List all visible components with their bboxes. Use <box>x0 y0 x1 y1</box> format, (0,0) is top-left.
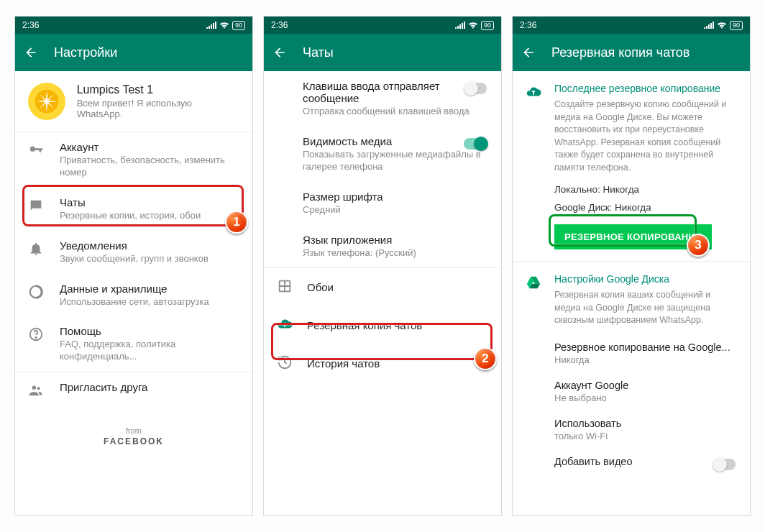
cloud-upload-icon <box>277 316 293 334</box>
phone-screen-chats: 2:36 90 Чаты Клавиша ввода отправляет со… <box>263 16 502 516</box>
chats-content: Клавиша ввода отправляет сообщение Отпра… <box>264 71 501 515</box>
battery-icon: 90 <box>481 21 494 30</box>
item-label: Помощь <box>60 325 239 337</box>
back-icon[interactable] <box>272 45 287 60</box>
opt-use-network[interactable]: Использовать только Wi-Fi <box>513 411 750 449</box>
item-sub: Никогда <box>554 354 736 365</box>
chat-row-backup[interactable]: Резервная копия чатов <box>264 306 501 344</box>
item-sub: Резервные копии, история, обои <box>60 210 201 222</box>
phone-screen-backup: 2:36 90 Резервная копия чатов Последнее … <box>512 16 751 516</box>
item-sub: Звуки сообщений, групп и звонков <box>60 253 209 265</box>
status-bar: 2:36 90 <box>15 17 252 34</box>
cloud-upload-icon <box>526 84 541 102</box>
page-title: Резервная копия чатов <box>551 45 690 60</box>
data-usage-icon <box>28 284 44 302</box>
wifi-icon <box>219 22 229 29</box>
status-right: 90 <box>206 21 245 30</box>
chat-row-history[interactable]: История чатов <box>264 344 501 382</box>
chat-setting-media-visibility[interactable]: Видимость медиа Показывать загруженные м… <box>264 127 501 182</box>
chat-setting-app-language[interactable]: Язык приложения Язык телефона: (Русский) <box>264 225 501 268</box>
backup-button[interactable]: РЕЗЕРВНОЕ КОПИРОВАНИЕ <box>554 224 712 249</box>
opt-include-video[interactable]: Добавить видео <box>513 449 750 474</box>
item-label: Размер шрифта <box>303 191 485 203</box>
toggle-switch[interactable] <box>464 138 487 150</box>
item-sub: только Wi-Fi <box>554 431 736 441</box>
profile-name: Lumpics Test 1 <box>77 83 239 96</box>
signal-icon <box>455 22 465 29</box>
section-gdrive-settings: Настройки Google Диска Резервная копия в… <box>513 262 750 334</box>
item-label: Видимость медиа <box>303 135 485 147</box>
item-label: Данные и хранилище <box>60 283 209 295</box>
people-icon <box>28 382 44 400</box>
settings-item-help[interactable]: ПомощьFAQ, поддержка, политика конфиденц… <box>15 316 252 372</box>
status-bar: 2:36 90 <box>513 17 750 34</box>
section-title: Настройки Google Диска <box>554 273 736 285</box>
settings-item-chats[interactable]: ЧатыРезервные копии, история, обои <box>15 188 252 231</box>
from-facebook: from FACEBOOK <box>15 426 252 446</box>
settings-item-account[interactable]: АккаунтПриватность, безопасность, измени… <box>15 132 252 188</box>
chat-setting-font-size[interactable]: Размер шрифта Средний <box>264 182 501 225</box>
wifi-icon <box>468 22 478 29</box>
app-bar: Настройки <box>15 34 252 71</box>
item-label: Использовать <box>554 418 736 429</box>
chat-icon <box>28 198 44 216</box>
item-label: Аккаунт <box>60 141 239 153</box>
phone-screen-settings: 2:36 90 Настройки Lumpics Test 1 Всем пр… <box>14 16 253 516</box>
chat-row-wallpaper[interactable]: Обои <box>264 268 501 306</box>
help-icon <box>28 326 44 344</box>
status-time: 2:36 <box>271 20 288 30</box>
svg-point-4 <box>32 386 37 390</box>
row-label: Обои <box>307 281 334 293</box>
status-time: 2:36 <box>22 20 39 30</box>
settings-item-invite[interactable]: Пригласить друга <box>15 372 252 409</box>
settings-item-data[interactable]: Данные и хранилищеИспользование сети, ав… <box>15 274 252 317</box>
history-icon <box>277 354 293 372</box>
item-label: Аккаунт Google <box>554 380 736 391</box>
toggle-switch[interactable] <box>713 459 736 470</box>
svg-point-5 <box>37 387 40 390</box>
status-right: 90 <box>704 21 743 30</box>
row-label: История чатов <box>307 357 380 370</box>
google-drive-icon <box>526 275 541 293</box>
back-icon[interactable] <box>24 45 38 60</box>
settings-item-notifications[interactable]: УведомленияЗвуки сообщений, групп и звон… <box>15 231 252 274</box>
section-body: Резервная копия ваших сообщений и медиа … <box>554 289 736 327</box>
key-icon <box>28 142 44 160</box>
bell-icon <box>28 241 44 259</box>
opt-google-account[interactable]: Аккаунт Google Не выбрано <box>513 372 750 411</box>
profile-status: Всем привет! Я использую WhatsApp. <box>77 98 239 119</box>
wallpaper-icon <box>277 278 293 296</box>
app-bar: Чаты <box>264 34 501 71</box>
chat-setting-enter-sends[interactable]: Клавиша ввода отправляет сообщение Отпра… <box>264 71 501 127</box>
section-title: Последнее резервное копирование <box>554 83 736 94</box>
item-label: Язык приложения <box>303 234 485 246</box>
back-icon[interactable] <box>521 45 536 60</box>
svg-point-3 <box>35 337 36 338</box>
opt-backup-to-google[interactable]: Резервное копирование на Google... Никог… <box>513 334 750 372</box>
avatar <box>28 83 65 120</box>
item-sub: Язык телефона: (Русский) <box>303 247 485 260</box>
item-label: Добавить видео <box>554 456 736 467</box>
settings-content: Lumpics Test 1 Всем привет! Я использую … <box>15 71 252 515</box>
item-sub: Отправка сообщений клавишей ввода <box>303 106 485 118</box>
item-sub: FAQ, поддержка, политика конфиденциаль..… <box>60 339 239 363</box>
status-time: 2:36 <box>520 20 536 30</box>
signal-icon <box>206 22 216 29</box>
status-right: 90 <box>455 21 494 30</box>
item-label: Уведомления <box>60 239 209 252</box>
profile-row[interactable]: Lumpics Test 1 Всем привет! Я использую … <box>15 71 252 132</box>
last-backup-gdrive: Google Диск: Никогда <box>513 199 750 217</box>
item-sub: Средний <box>303 204 485 216</box>
toggle-switch[interactable] <box>464 83 487 94</box>
signal-icon <box>704 22 714 29</box>
item-sub: Приватность, безопасность, изменить номе… <box>60 155 239 179</box>
backup-content: Последнее резервное копирование Создайте… <box>513 71 750 515</box>
page-title: Настройки <box>54 45 117 60</box>
page-title: Чаты <box>303 45 334 60</box>
row-label: Резервная копия чатов <box>307 319 422 331</box>
item-sub: Использование сети, автозагрузка <box>60 296 209 308</box>
status-bar: 2:36 90 <box>264 17 501 34</box>
item-label: Чаты <box>60 196 201 208</box>
item-label: Пригласить друга <box>60 381 147 393</box>
item-sub: Показывать загруженные медиафайлы в гале… <box>303 149 485 173</box>
